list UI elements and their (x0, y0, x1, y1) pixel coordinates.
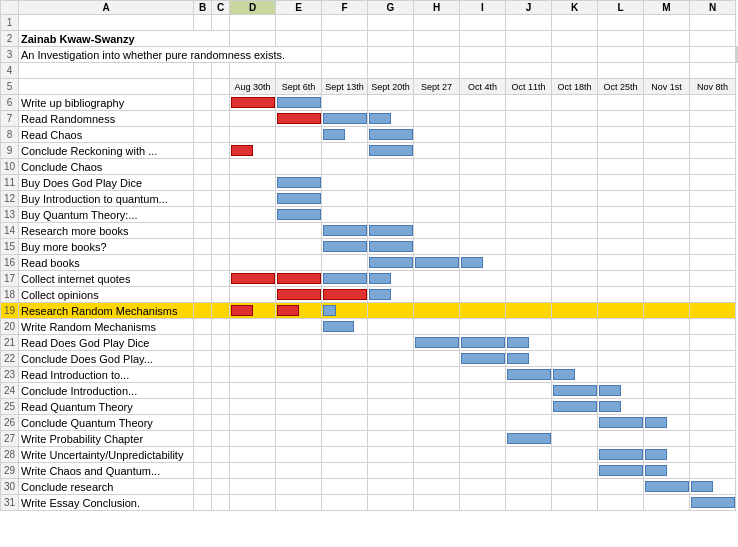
task-label[interactable]: Research Random Mechanisms (19, 303, 194, 319)
col-a-header[interactable]: A (19, 1, 194, 15)
gantt-bar-blue (323, 113, 367, 124)
table-row[interactable]: 18Collect opinions (1, 287, 738, 303)
table-row[interactable]: 10Conclude Chaos (1, 159, 738, 175)
task-label[interactable]: Zainab Kwaw-Swanzy (19, 31, 230, 47)
task-label[interactable]: Collect opinions (19, 287, 194, 303)
gantt-cell-8 (598, 431, 644, 447)
task-label[interactable] (19, 15, 194, 31)
gantt-cell-10 (690, 351, 736, 367)
task-label[interactable]: Conclude research (19, 479, 194, 495)
table-row[interactable]: 11Buy Does God Play Dice (1, 175, 738, 191)
col-k-header[interactable]: K (552, 1, 598, 15)
gantt-cell-0 (230, 479, 276, 495)
gantt-cell-3 (368, 351, 414, 367)
table-row[interactable]: 19Research Random Mechanisms (1, 303, 738, 319)
gantt-cell-8 (598, 255, 644, 271)
table-row[interactable]: 3An Investigation into whether pure rand… (1, 47, 738, 63)
col-c-cell (212, 463, 230, 479)
table-row[interactable]: 20Write Random Mechanisms (1, 319, 738, 335)
task-label[interactable] (19, 79, 194, 95)
task-label[interactable]: Conclude Introduction... (19, 383, 194, 399)
gantt-cell-3 (368, 95, 414, 111)
col-j-header[interactable]: J (506, 1, 552, 15)
table-row[interactable]: 16Read books (1, 255, 738, 271)
task-label[interactable]: Read Introduction to... (19, 367, 194, 383)
table-row[interactable]: 4 (1, 63, 738, 79)
table-row[interactable]: 14Research more books (1, 223, 738, 239)
table-row[interactable]: 12Buy Introduction to quantum... (1, 191, 738, 207)
table-row[interactable]: 21Read Does God Play Dice (1, 335, 738, 351)
table-row[interactable]: 7Read Randomness (1, 111, 738, 127)
task-label[interactable]: Buy more books? (19, 239, 194, 255)
table-row[interactable]: 24Conclude Introduction... (1, 383, 738, 399)
task-label[interactable]: Buy Does God Play Dice (19, 175, 194, 191)
col-d-header[interactable]: D (230, 1, 276, 15)
task-label[interactable]: Collect internet quotes (19, 271, 194, 287)
table-row[interactable]: 8Read Chaos (1, 127, 738, 143)
table-row[interactable]: 1 (1, 15, 738, 31)
task-label[interactable] (19, 63, 194, 79)
col-g-header[interactable]: G (368, 1, 414, 15)
table-row[interactable]: 5Aug 30thSept 6thSept 13thSept 20thSept … (1, 79, 738, 95)
table-row[interactable]: 29Write Chaos and Quantum... (1, 463, 738, 479)
table-row[interactable]: 26Conclude Quantum Theory (1, 415, 738, 431)
col-h-header[interactable]: H (414, 1, 460, 15)
table-row[interactable]: 23Read Introduction to... (1, 367, 738, 383)
gantt-cell-3 (368, 111, 414, 127)
table-row[interactable]: 25Read Quantum Theory (1, 399, 738, 415)
task-label[interactable]: Write Chaos and Quantum... (19, 463, 194, 479)
gantt-bar-red (277, 273, 321, 284)
col-c-header[interactable]: C (212, 1, 230, 15)
table-row[interactable]: 17Collect internet quotes (1, 271, 738, 287)
table-row[interactable]: 2Zainab Kwaw-Swanzy (1, 31, 738, 47)
col-f-header[interactable]: F (322, 1, 368, 15)
gantt-cell-2 (322, 351, 368, 367)
row-number: 12 (1, 191, 19, 207)
task-label[interactable]: Read Does God Play Dice (19, 335, 194, 351)
table-row[interactable]: 15Buy more books? (1, 239, 738, 255)
gantt-cell-9 (644, 351, 690, 367)
task-label[interactable]: Write Probability Chapter (19, 431, 194, 447)
task-label[interactable]: Research more books (19, 223, 194, 239)
task-label[interactable]: Read books (19, 255, 194, 271)
col-n-header[interactable]: N (690, 1, 736, 15)
col-l-header[interactable]: L (598, 1, 644, 15)
gantt-cell-0 (230, 351, 276, 367)
table-row[interactable]: 30Conclude research (1, 479, 738, 495)
task-label[interactable]: Read Quantum Theory (19, 399, 194, 415)
task-label[interactable]: Write Random Mechanisms (19, 319, 194, 335)
col-b-header[interactable]: B (194, 1, 212, 15)
gantt-cell-8 (598, 95, 644, 111)
task-label[interactable]: Conclude Does God Play... (19, 351, 194, 367)
gantt-cell-3 (368, 223, 414, 239)
gantt-cell-6 (506, 143, 552, 159)
gantt-cell-2 (322, 239, 368, 255)
table-row[interactable]: 13Buy Quantum Theory:... (1, 207, 738, 223)
table-row[interactable]: 9Conclude Reckoning with ... (1, 143, 738, 159)
task-label[interactable]: Buy Quantum Theory:... (19, 207, 194, 223)
task-label[interactable]: An Investigation into whether pure rando… (19, 47, 322, 63)
col-i-header[interactable]: I (460, 1, 506, 15)
gantt-cell-10 (690, 63, 736, 79)
task-label[interactable]: Buy Introduction to quantum... (19, 191, 194, 207)
gantt-bar-blue (369, 145, 413, 156)
table-row[interactable]: 27Write Probability Chapter (1, 431, 738, 447)
col-m-header[interactable]: M (644, 1, 690, 15)
task-label[interactable]: Conclude Reckoning with ... (19, 143, 194, 159)
task-label[interactable]: Conclude Chaos (19, 159, 194, 175)
task-label[interactable]: Read Chaos (19, 127, 194, 143)
task-label[interactable]: Write Essay Conclusion. (19, 495, 194, 511)
table-row[interactable]: 22Conclude Does God Play... (1, 351, 738, 367)
gantt-cell-7 (552, 191, 598, 207)
gantt-cell-8 (598, 447, 644, 463)
col-e-header[interactable]: E (276, 1, 322, 15)
gantt-cell-1 (276, 479, 322, 495)
gantt-cell-7 (552, 367, 598, 383)
task-label[interactable]: Write Uncertainty/Unpredictability (19, 447, 194, 463)
table-row[interactable]: 6Write up bibliography (1, 95, 738, 111)
task-label[interactable]: Read Randomness (19, 111, 194, 127)
table-row[interactable]: 31Write Essay Conclusion. (1, 495, 738, 511)
table-row[interactable]: 28Write Uncertainty/Unpredictability (1, 447, 738, 463)
task-label[interactable]: Conclude Quantum Theory (19, 415, 194, 431)
task-label[interactable]: Write up bibliography (19, 95, 194, 111)
